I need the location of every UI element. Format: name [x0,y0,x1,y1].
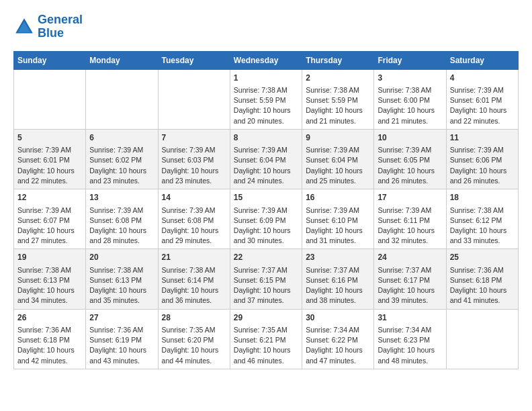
day-number: 18 [450,192,515,203]
day-header-monday: Monday [86,51,158,69]
day-number: 27 [89,312,154,324]
calendar-cell: 28Sunrise: 7:35 AM Sunset: 6:20 PM Dayli… [158,309,230,369]
day-number: 28 [162,312,226,324]
calendar-cell: 14Sunrise: 7:39 AM Sunset: 6:08 PM Dayli… [158,189,230,249]
day-info: Sunrise: 7:39 AM Sunset: 6:01 PM Dayligh… [17,145,82,186]
calendar-cell: 12Sunrise: 7:39 AM Sunset: 6:07 PM Dayli… [14,189,86,249]
day-info: Sunrise: 7:37 AM Sunset: 6:16 PM Dayligh… [306,265,370,306]
day-number: 6 [89,132,154,144]
calendar-cell: 25Sunrise: 7:36 AM Sunset: 6:18 PM Dayli… [446,249,518,309]
day-info: Sunrise: 7:39 AM Sunset: 6:04 PM Dayligh… [306,145,370,186]
calendar-cell: 26Sunrise: 7:36 AM Sunset: 6:18 PM Dayli… [14,309,86,369]
day-number: 3 [378,73,442,84]
day-info: Sunrise: 7:35 AM Sunset: 6:21 PM Dayligh… [234,325,298,366]
day-number: 30 [306,312,370,324]
calendar-cell: 6Sunrise: 7:39 AM Sunset: 6:02 PM Daylig… [86,129,158,189]
day-info: Sunrise: 7:39 AM Sunset: 6:09 PM Dayligh… [234,205,298,246]
day-info: Sunrise: 7:39 AM Sunset: 6:02 PM Dayligh… [89,145,154,186]
day-header-thursday: Thursday [302,51,374,69]
calendar-cell: 22Sunrise: 7:37 AM Sunset: 6:15 PM Dayli… [230,249,302,309]
day-number: 7 [162,132,226,144]
day-number: 13 [89,192,154,203]
calendar-cell: 23Sunrise: 7:37 AM Sunset: 6:16 PM Dayli… [302,249,374,309]
day-number: 16 [306,192,370,203]
day-number: 22 [234,252,298,263]
day-number: 17 [378,192,442,203]
calendar-cell: 2Sunrise: 7:38 AM Sunset: 5:59 PM Daylig… [302,69,374,129]
day-info: Sunrise: 7:37 AM Sunset: 6:17 PM Dayligh… [378,265,442,306]
day-info: Sunrise: 7:39 AM Sunset: 6:03 PM Dayligh… [162,145,226,186]
day-info: Sunrise: 7:38 AM Sunset: 6:13 PM Dayligh… [17,265,82,306]
day-number: 15 [234,192,298,203]
day-number: 12 [17,192,82,203]
day-info: Sunrise: 7:39 AM Sunset: 6:06 PM Dayligh… [450,145,515,186]
day-number: 25 [450,252,515,263]
calendar-cell: 29Sunrise: 7:35 AM Sunset: 6:21 PM Dayli… [230,309,302,369]
day-info: Sunrise: 7:36 AM Sunset: 6:19 PM Dayligh… [89,325,154,366]
calendar-cell: 3Sunrise: 7:38 AM Sunset: 6:00 PM Daylig… [374,69,446,129]
day-number: 5 [17,132,82,144]
calendar-cell [86,69,158,129]
day-number: 2 [306,73,370,84]
day-info: Sunrise: 7:39 AM Sunset: 6:01 PM Dayligh… [450,85,515,126]
calendar-cell: 7Sunrise: 7:39 AM Sunset: 6:03 PM Daylig… [158,129,230,189]
calendar-cell: 1Sunrise: 7:38 AM Sunset: 5:59 PM Daylig… [230,69,302,129]
calendar-cell: 10Sunrise: 7:39 AM Sunset: 6:05 PM Dayli… [374,129,446,189]
calendar-cell: 20Sunrise: 7:38 AM Sunset: 6:13 PM Dayli… [86,249,158,309]
day-number: 29 [234,312,298,324]
day-number: 21 [162,252,226,263]
calendar-week-4: 19Sunrise: 7:38 AM Sunset: 6:13 PM Dayli… [14,249,519,309]
calendar-cell: 4Sunrise: 7:39 AM Sunset: 6:01 PM Daylig… [446,69,518,129]
logo-icon [13,16,35,38]
calendar-cell: 16Sunrise: 7:39 AM Sunset: 6:10 PM Dayli… [302,189,374,249]
day-info: Sunrise: 7:34 AM Sunset: 6:22 PM Dayligh… [306,325,370,366]
day-info: Sunrise: 7:34 AM Sunset: 6:23 PM Dayligh… [378,325,442,366]
day-number: 23 [306,252,370,263]
calendar-cell [158,69,230,129]
day-number: 8 [234,132,298,144]
day-number: 24 [378,252,442,263]
day-number: 1 [234,73,298,84]
day-info: Sunrise: 7:39 AM Sunset: 6:05 PM Dayligh… [378,145,442,186]
calendar-cell [446,309,518,369]
day-info: Sunrise: 7:36 AM Sunset: 6:18 PM Dayligh… [17,325,82,366]
day-number: 20 [89,252,154,263]
logo-text: General Blue [38,13,83,40]
calendar-week-5: 26Sunrise: 7:36 AM Sunset: 6:18 PM Dayli… [14,309,519,369]
day-info: Sunrise: 7:38 AM Sunset: 6:14 PM Dayligh… [162,265,226,306]
logo: General Blue [13,13,83,40]
day-info: Sunrise: 7:36 AM Sunset: 6:18 PM Dayligh… [450,265,515,306]
day-info: Sunrise: 7:35 AM Sunset: 6:20 PM Dayligh… [162,325,226,366]
calendar-cell: 11Sunrise: 7:39 AM Sunset: 6:06 PM Dayli… [446,129,518,189]
day-header-saturday: Saturday [446,51,518,69]
day-number: 11 [450,132,515,144]
day-number: 26 [17,312,82,324]
calendar-week-3: 12Sunrise: 7:39 AM Sunset: 6:07 PM Dayli… [14,189,519,249]
calendar-cell: 8Sunrise: 7:39 AM Sunset: 6:04 PM Daylig… [230,129,302,189]
calendar-cell: 27Sunrise: 7:36 AM Sunset: 6:19 PM Dayli… [86,309,158,369]
day-header-friday: Friday [374,51,446,69]
page-header: General Blue [13,13,519,40]
calendar-cell: 9Sunrise: 7:39 AM Sunset: 6:04 PM Daylig… [302,129,374,189]
calendar-cell: 17Sunrise: 7:39 AM Sunset: 6:11 PM Dayli… [374,189,446,249]
calendar-body: 1Sunrise: 7:38 AM Sunset: 5:59 PM Daylig… [14,69,519,369]
day-info: Sunrise: 7:38 AM Sunset: 6:12 PM Dayligh… [450,205,515,246]
calendar-cell: 21Sunrise: 7:38 AM Sunset: 6:14 PM Dayli… [158,249,230,309]
day-number: 31 [378,312,442,324]
calendar-header-row: SundayMondayTuesdayWednesdayThursdayFrid… [14,51,519,69]
day-info: Sunrise: 7:38 AM Sunset: 5:59 PM Dayligh… [306,85,370,126]
day-info: Sunrise: 7:38 AM Sunset: 6:13 PM Dayligh… [89,265,154,306]
calendar-cell: 19Sunrise: 7:38 AM Sunset: 6:13 PM Dayli… [14,249,86,309]
day-header-wednesday: Wednesday [230,51,302,69]
day-info: Sunrise: 7:39 AM Sunset: 6:08 PM Dayligh… [89,205,154,246]
day-info: Sunrise: 7:39 AM Sunset: 6:07 PM Dayligh… [17,205,82,246]
day-number: 10 [378,132,442,144]
calendar-table: SundayMondayTuesdayWednesdayThursdayFrid… [13,51,519,369]
day-info: Sunrise: 7:39 AM Sunset: 6:10 PM Dayligh… [306,205,370,246]
day-number: 4 [450,73,515,84]
calendar-cell: 5Sunrise: 7:39 AM Sunset: 6:01 PM Daylig… [14,129,86,189]
day-number: 14 [162,192,226,203]
day-info: Sunrise: 7:39 AM Sunset: 6:08 PM Dayligh… [162,205,226,246]
calendar-cell: 13Sunrise: 7:39 AM Sunset: 6:08 PM Dayli… [86,189,158,249]
day-header-tuesday: Tuesday [158,51,230,69]
